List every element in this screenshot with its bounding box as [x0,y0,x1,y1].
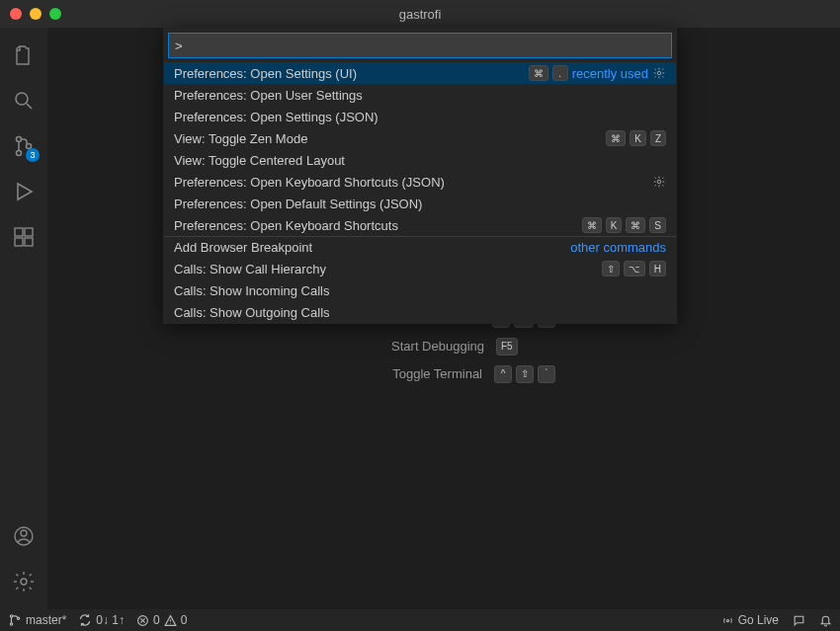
command-label: Preferences: Open Settings (JSON) [174,110,666,124]
command-label: Preferences: Open Default Settings (JSON… [174,197,666,211]
svg-point-2 [17,137,22,142]
welcome-label: Start Debugging [336,339,484,354]
explorer-icon[interactable] [0,36,47,75]
command-list: Preferences: Open Settings (UI)⌘.recentl… [164,62,676,323]
command-label: Preferences: Open Settings (UI) [174,66,529,81]
scm-badge: 3 [26,148,40,162]
run-debug-icon[interactable] [0,172,47,211]
svg-point-0 [16,93,28,105]
command-palette: Preferences: Open Settings (UI)⌘.recentl… [163,28,677,324]
cmd-calls-show-incoming[interactable]: Calls: Show Incoming Calls [164,279,676,301]
sync-text: 0↓ 1↑ [96,613,125,627]
svg-point-17 [17,617,19,619]
command-label: Preferences: Open Keyboard Shortcuts [174,218,582,233]
svg-point-3 [17,151,22,156]
welcome-row: Start DebuggingF5 [332,338,555,355]
search-icon[interactable] [0,81,47,120]
keycap: ⇧ [516,365,534,383]
keycap: ⌘ [582,217,602,233]
welcome-label: Toggle Terminal [334,366,482,381]
svg-line-1 [27,104,32,109]
window-title: gastrofi [0,7,840,22]
go-live-label: Go Live [738,613,779,627]
cmd-pref-open-settings-json[interactable]: Preferences: Open Settings (JSON) [164,106,676,127]
config-gear-icon[interactable] [652,66,666,80]
keycap: K [630,130,646,146]
cmd-view-toggle-zen[interactable]: View: Toggle Zen Mode⌘KZ [164,127,676,149]
titlebar: gastrofi [0,0,840,28]
keycap: H [649,261,666,276]
status-go-live[interactable]: Go Live [721,613,779,627]
keycap: . [552,65,568,81]
command-label: View: Toggle Centered Layout [174,153,666,168]
keycap: ⌥ [624,261,645,276]
cmd-pref-open-kb[interactable]: Preferences: Open Keyboard Shortcuts⌘K⌘S [164,214,676,236]
accounts-icon[interactable] [0,516,47,556]
settings-gear-icon[interactable] [0,562,47,601]
section-label: other commands [570,240,666,255]
svg-point-14 [657,180,661,184]
status-feedback-icon[interactable] [793,614,805,627]
command-label: Calls: Show Incoming Calls [174,283,666,298]
activity-bar: 3 [0,28,47,609]
keycap: ^ [494,365,512,383]
command-label: Preferences: Open Keyboard Shortcuts (JS… [174,175,652,190]
keycap: S [649,217,666,233]
command-label: Preferences: Open User Settings [174,88,666,103]
command-label: View: Toggle Zen Mode [174,131,606,146]
keycap: ` [538,365,555,383]
command-palette-input[interactable] [168,33,672,58]
svg-rect-7 [25,228,33,236]
section-label: recently used [572,66,648,81]
svg-point-23 [726,619,728,621]
branch-name: master* [26,613,66,627]
cmd-view-toggle-centered[interactable]: View: Toggle Centered Layout [164,149,676,171]
status-bell-icon[interactable] [819,614,832,627]
keycap: ⇧ [602,261,620,276]
svg-rect-6 [15,228,23,236]
cmd-calls-show-outgoing[interactable]: Calls: Show Outgoing Calls [164,301,676,323]
status-problems[interactable]: 0 0 [136,613,187,627]
keycap: Z [650,130,666,146]
status-branch[interactable]: master* [8,613,66,627]
keycap: ⌘ [606,130,626,146]
command-label: Add Browser Breakpoint [174,240,570,255]
keycap: K [606,217,623,233]
cmd-pref-open-user-settings[interactable]: Preferences: Open User Settings [164,84,676,106]
status-sync[interactable]: 0↓ 1↑ [78,613,125,627]
keycap: ⌘ [626,217,645,233]
svg-point-15 [10,615,12,617]
keycap: F5 [496,338,518,355]
svg-rect-9 [25,238,33,246]
command-label: Calls: Show Call Hierarchy [174,262,602,276]
cmd-pref-open-settings-ui[interactable]: Preferences: Open Settings (UI)⌘.recentl… [164,62,676,84]
svg-point-11 [21,530,27,536]
svg-marker-5 [18,184,32,199]
cmd-calls-show-hierarchy[interactable]: Calls: Show Call Hierarchy⇧⌥H [164,258,676,279]
keycap: ⌘ [529,65,548,81]
welcome-row: Toggle Terminal^⇧` [332,365,555,383]
svg-point-12 [21,579,27,585]
cmd-add-browser-breakpoint[interactable]: Add Browser Breakpointother commands [164,236,676,258]
extensions-icon[interactable] [0,217,47,257]
cmd-pref-open-default-settings-json[interactable]: Preferences: Open Default Settings (JSON… [164,193,676,214]
command-label: Calls: Show Outgoing Calls [174,305,666,320]
svg-point-13 [657,71,661,75]
svg-rect-8 [15,238,23,246]
svg-point-16 [10,623,12,625]
warning-count: 0 [181,613,188,627]
cmd-pref-open-kb-json[interactable]: Preferences: Open Keyboard Shortcuts (JS… [164,171,676,193]
config-gear-icon[interactable] [652,175,666,189]
error-count: 0 [153,613,160,627]
source-control-icon[interactable]: 3 [0,126,47,166]
status-bar: master* 0↓ 1↑ 0 0 Go Live [0,609,840,631]
